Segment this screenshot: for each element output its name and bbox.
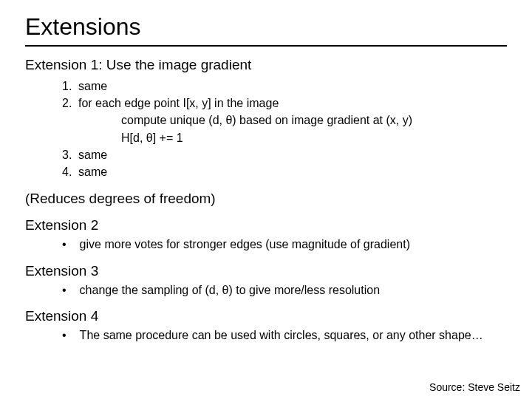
- ext2-bullet: • give more votes for stronger edges (us…: [25, 236, 507, 253]
- ext4-heading: Extension 4: [25, 308, 507, 324]
- list-item-indent: H[d, θ] += 1: [62, 129, 507, 146]
- ext3-bullet: • change the sampling of (d, θ) to give …: [25, 282, 507, 299]
- ext4-bullet: • The same procedure can be used with ci…: [25, 327, 507, 344]
- list-item: 1.same: [62, 78, 507, 95]
- item-number: 1.: [62, 78, 78, 95]
- item-text: for each edge point I[x, y] in the image: [78, 97, 279, 109]
- ext3-heading: Extension 3: [25, 263, 507, 279]
- source-credit: Source: Steve Seitz: [429, 381, 520, 393]
- list-item: 2.for each edge point I[x, y] in the ima…: [62, 95, 507, 112]
- item-number: 4.: [62, 163, 78, 180]
- item-number: 3.: [62, 146, 78, 163]
- bullet-text: give more votes for stronger edges (use …: [80, 236, 507, 253]
- reduces-text: (Reduces degrees of freedom): [25, 191, 507, 207]
- ext1-list: 1.same 2.for each edge point I[x, y] in …: [25, 78, 507, 180]
- item-text: same: [78, 166, 107, 178]
- ext2-heading: Extension 2: [25, 217, 507, 233]
- item-text: same: [78, 149, 107, 161]
- ext1-heading: Extension 1: Use the image gradient: [25, 57, 507, 73]
- list-item: 3.same: [62, 146, 507, 163]
- list-item-indent: compute unique (d, θ) based on image gra…: [62, 112, 507, 129]
- item-number: 2.: [62, 95, 78, 112]
- item-text: same: [78, 80, 107, 92]
- list-item: 4.same: [62, 163, 507, 180]
- bullet-dot-icon: •: [62, 282, 66, 299]
- bullet-dot-icon: •: [62, 236, 66, 253]
- bullet-dot-icon: •: [62, 327, 66, 344]
- slide-title: Extensions: [25, 13, 507, 47]
- bullet-text: change the sampling of (d, θ) to give mo…: [80, 282, 507, 299]
- bullet-text: The same procedure can be used with circ…: [80, 327, 507, 344]
